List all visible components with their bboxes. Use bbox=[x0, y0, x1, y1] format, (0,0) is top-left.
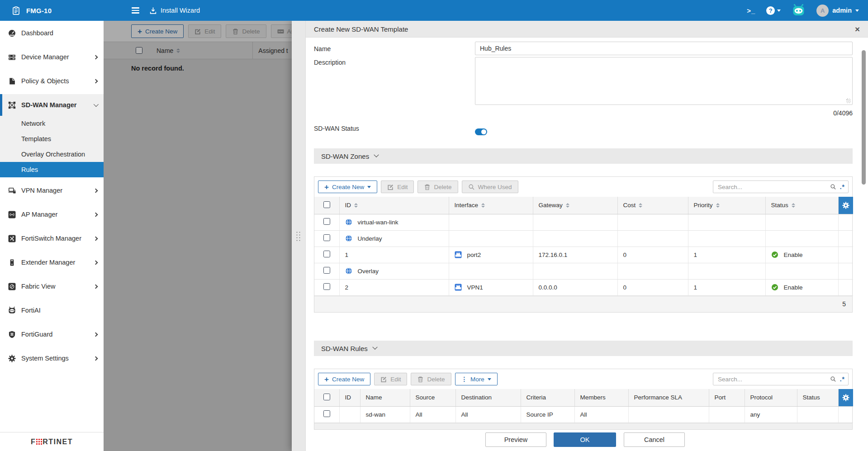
column-status[interactable]: Status bbox=[797, 389, 838, 406]
column-protocol[interactable]: Protocol bbox=[745, 389, 797, 406]
zones-section-header[interactable]: SD-WAN Zones bbox=[314, 148, 853, 164]
row-checkbox[interactable] bbox=[323, 267, 330, 274]
search-icon[interactable] bbox=[830, 376, 836, 382]
rules-edit-button[interactable]: Edit bbox=[374, 373, 407, 385]
sidebar-footer: FRTINET bbox=[0, 432, 104, 451]
sidebar-item-fortiswitch-manager[interactable]: FortiSwitch Manager bbox=[0, 228, 104, 249]
column-criteria[interactable]: Criteria bbox=[521, 389, 574, 406]
extender-icon bbox=[8, 259, 16, 266]
select-all-checkbox[interactable] bbox=[323, 394, 330, 400]
column-gateway[interactable]: Gateway bbox=[533, 197, 617, 214]
column-settings-gear-button[interactable] bbox=[838, 389, 853, 406]
column-settings-gear-button[interactable] bbox=[838, 197, 853, 214]
column-name[interactable]: Name bbox=[360, 389, 410, 406]
chevron-down-icon bbox=[372, 345, 377, 350]
table-row[interactable]: Underlay bbox=[314, 230, 853, 247]
column-performance-sla[interactable]: Performance SLA bbox=[628, 389, 709, 406]
port-icon bbox=[455, 251, 462, 258]
row-checkbox[interactable] bbox=[323, 410, 330, 417]
sidebar-item-extender-manager[interactable]: Extender Manager bbox=[0, 252, 104, 273]
plus-icon: + bbox=[324, 183, 329, 191]
table-row[interactable]: 1 port2 172.16.0.1 01 Enable bbox=[314, 247, 853, 263]
column-id[interactable]: ID bbox=[339, 389, 360, 406]
rules-create-new-button[interactable]: + Create New bbox=[318, 373, 370, 385]
ok-button[interactable]: OK bbox=[554, 432, 616, 447]
sidebar-item-fabric-view[interactable]: Fabric View bbox=[0, 275, 104, 297]
sidebar-item-rules[interactable]: Rules bbox=[0, 162, 104, 177]
table-row[interactable]: sd-wan All All Source IP All any bbox=[314, 406, 853, 423]
rules-search-input[interactable] bbox=[713, 373, 849, 385]
help-icon: ? bbox=[766, 6, 775, 15]
help-menu[interactable]: ? bbox=[766, 6, 781, 15]
zones-edit-button[interactable]: Edit bbox=[381, 180, 414, 193]
textarea-resize-grip[interactable] bbox=[846, 99, 851, 103]
sidebar-item-sdwan-manager[interactable]: SD-WAN Manager bbox=[0, 94, 104, 116]
sidebar-item-label: FortiGuard bbox=[21, 331, 52, 338]
description-textarea[interactable] bbox=[475, 57, 853, 105]
sdwan-status-toggle[interactable] bbox=[475, 128, 487, 135]
sort-icon bbox=[566, 203, 569, 208]
zones-search-input[interactable] bbox=[713, 180, 849, 193]
sidebar-item-system-settings[interactable]: System Settings bbox=[0, 347, 104, 369]
zones-where-used-button[interactable]: Where Used bbox=[462, 180, 518, 193]
admin-menu[interactable]: A admin bbox=[816, 5, 859, 17]
name-input[interactable] bbox=[475, 42, 853, 55]
preview-button[interactable]: Preview bbox=[485, 432, 546, 447]
sidebar-item-policy-objects[interactable]: Policy & Objects bbox=[0, 70, 104, 92]
table-row[interactable]: 2 VPN1 0.0.0.0 01 Enable bbox=[314, 279, 853, 295]
table-row[interactable]: Overlay bbox=[314, 263, 853, 279]
sidebar-item-vpn-manager[interactable]: VPN Manager bbox=[0, 180, 104, 201]
sidebar-item-device-manager[interactable]: Device Manager bbox=[0, 46, 104, 68]
hamburger-menu-icon[interactable] bbox=[132, 7, 139, 13]
select-all-checkbox[interactable] bbox=[323, 201, 330, 208]
cli-console-icon[interactable]: >_ bbox=[747, 7, 755, 14]
row-checkbox[interactable] bbox=[323, 251, 330, 257]
row-checkbox[interactable] bbox=[323, 218, 330, 225]
column-priority[interactable]: Priority bbox=[688, 197, 765, 214]
drag-grip-icon[interactable] bbox=[296, 232, 300, 241]
chevron-down-icon bbox=[488, 378, 491, 380]
sidebar-item-network[interactable]: Network bbox=[0, 116, 104, 131]
cancel-button[interactable]: Cancel bbox=[624, 432, 685, 447]
chevron-right-icon bbox=[94, 55, 98, 59]
app-logo[interactable]: FMG-10 bbox=[0, 6, 104, 15]
zones-delete-button[interactable]: Delete bbox=[417, 180, 458, 193]
install-wizard-button[interactable]: Install Wizard bbox=[149, 7, 200, 14]
enabled-check-icon bbox=[771, 251, 778, 258]
fortiai-assistant-icon[interactable] bbox=[792, 4, 806, 17]
robot-icon bbox=[8, 307, 16, 314]
column-id[interactable]: ID bbox=[339, 197, 449, 214]
column-members[interactable]: Members bbox=[574, 389, 628, 406]
column-destination[interactable]: Destination bbox=[455, 389, 521, 406]
table-row[interactable]: virtual-wan-link bbox=[314, 214, 853, 230]
regex-search-icon[interactable]: .* bbox=[840, 183, 845, 190]
search-icon[interactable] bbox=[830, 184, 836, 190]
sdwan-status-label: SD-WAN Status bbox=[314, 125, 359, 132]
column-interface[interactable]: Interface bbox=[449, 197, 533, 214]
pencil-icon bbox=[380, 376, 387, 383]
row-checkbox[interactable] bbox=[323, 283, 330, 290]
column-source[interactable]: Source bbox=[410, 389, 455, 406]
rules-delete-button[interactable]: Delete bbox=[411, 373, 451, 385]
panel-resize-splitter[interactable] bbox=[292, 21, 306, 451]
pencil-icon bbox=[387, 184, 394, 190]
column-status[interactable]: Status bbox=[765, 197, 838, 214]
sidebar-item-templates[interactable]: Templates bbox=[0, 131, 104, 147]
zones-create-new-button[interactable]: + Create New bbox=[318, 180, 377, 193]
sidebar-item-fortiai[interactable]: FortiAI bbox=[0, 299, 104, 321]
rules-section-header[interactable]: SD-WAN Rules bbox=[314, 341, 853, 356]
sidebar-item-ap-manager[interactable]: AP Manager bbox=[0, 204, 104, 225]
rules-more-button[interactable]: ⋮ More bbox=[455, 373, 498, 385]
close-icon[interactable]: × bbox=[855, 25, 860, 33]
sidebar-item-dashboard[interactable]: Dashboard bbox=[0, 22, 104, 44]
row-checkbox[interactable] bbox=[323, 234, 330, 241]
sidebar-item-overlay-orchestration[interactable]: Overlay Orchestration bbox=[0, 147, 104, 162]
regex-search-icon[interactable]: .* bbox=[840, 375, 845, 383]
chevron-down-icon bbox=[367, 186, 371, 188]
column-cost[interactable]: Cost bbox=[617, 197, 688, 214]
zone-icon bbox=[345, 218, 352, 226]
column-port[interactable]: Port bbox=[709, 389, 745, 406]
scrollbar[interactable] bbox=[862, 50, 866, 186]
sidebar-item-fortiguard[interactable]: FortiGuard bbox=[0, 323, 104, 345]
scrollbar-thumb[interactable] bbox=[862, 50, 866, 185]
